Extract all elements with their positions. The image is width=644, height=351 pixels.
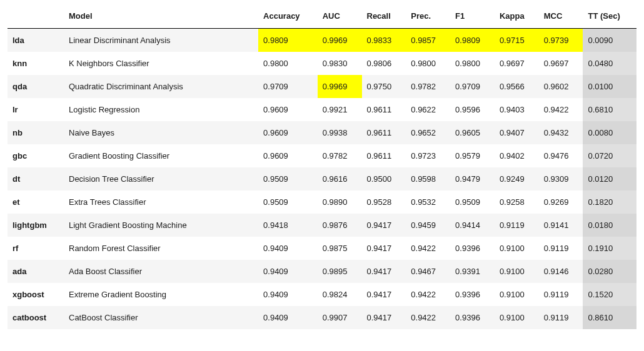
cell-kappa: 0.9715 [495, 29, 539, 52]
cell-auc: 0.9890 [318, 190, 362, 214]
header-prec: Prec. [406, 5, 450, 29]
row-index: gbc [8, 144, 64, 167]
cell-recall: 0.9417 [362, 214, 406, 237]
table-row: lrLogistic Regression0.96090.99210.96110… [8, 98, 636, 121]
cell-prec: 0.9467 [406, 260, 450, 283]
cell-f1: 0.9391 [450, 260, 495, 283]
cell-tt: 0.0100 [583, 75, 636, 98]
row-model: Linear Discriminant Analysis [64, 29, 258, 52]
cell-kappa: 0.9249 [495, 167, 539, 190]
cell-mcc: 0.9697 [539, 52, 583, 75]
cell-f1: 0.9396 [450, 237, 495, 260]
cell-f1: 0.9414 [450, 214, 495, 237]
cell-kappa: 0.9402 [495, 144, 539, 167]
cell-prec: 0.9782 [406, 75, 450, 98]
cell-auc: 0.9895 [318, 260, 362, 283]
cell-recall: 0.9806 [362, 52, 406, 75]
row-index: catboost [8, 306, 64, 329]
cell-auc: 0.9876 [318, 214, 362, 237]
cell-auc: 0.9875 [318, 237, 362, 260]
table-row: adaAda Boost Classifier0.94090.98950.941… [8, 260, 636, 283]
cell-auc: 0.9824 [318, 283, 362, 306]
cell-f1: 0.9579 [450, 144, 495, 167]
cell-auc: 0.9938 [318, 121, 362, 144]
cell-kappa: 0.9258 [495, 190, 539, 214]
cell-auc: 0.9907 [318, 306, 362, 329]
cell-prec: 0.9598 [406, 167, 450, 190]
cell-tt: 0.0280 [583, 260, 636, 283]
cell-auc: 0.9921 [318, 98, 362, 121]
cell-mcc: 0.9146 [539, 260, 583, 283]
cell-prec: 0.9723 [406, 144, 450, 167]
cell-recall: 0.9750 [362, 75, 406, 98]
table-header: Model Accuracy AUC Recall Prec. F1 Kappa… [8, 5, 636, 29]
row-model: Random Forest Classifier [64, 237, 258, 260]
cell-mcc: 0.9309 [539, 167, 583, 190]
metrics-table: Model Accuracy AUC Recall Prec. F1 Kappa… [8, 5, 636, 329]
table-row: etExtra Trees Classifier0.95090.98900.95… [8, 190, 636, 214]
row-index: et [8, 190, 64, 214]
cell-prec: 0.9800 [406, 52, 450, 75]
cell-prec: 0.9422 [406, 237, 450, 260]
cell-mcc: 0.9432 [539, 121, 583, 144]
row-index: ada [8, 260, 64, 283]
row-model: Decision Tree Classifier [64, 167, 258, 190]
row-index: knn [8, 52, 64, 75]
row-model: Gradient Boosting Classifier [64, 144, 258, 167]
row-model: Extra Trees Classifier [64, 190, 258, 214]
cell-kappa: 0.9100 [495, 306, 539, 329]
row-model: Naive Bayes [64, 121, 258, 144]
row-index: nb [8, 121, 64, 144]
cell-accuracy: 0.9609 [258, 144, 318, 167]
cell-tt: 0.1820 [583, 190, 636, 214]
cell-accuracy: 0.9509 [258, 190, 318, 214]
cell-f1: 0.9709 [450, 75, 495, 98]
cell-accuracy: 0.9609 [258, 98, 318, 121]
row-model: K Neighbors Classifier [64, 52, 258, 75]
cell-kappa: 0.9403 [495, 98, 539, 121]
cell-accuracy: 0.9418 [258, 214, 318, 237]
cell-f1: 0.9809 [450, 29, 495, 52]
cell-kappa: 0.9566 [495, 75, 539, 98]
header-index [8, 5, 64, 29]
header-recall: Recall [362, 5, 406, 29]
table-row: catboostCatBoost Classifier0.94090.99070… [8, 306, 636, 329]
cell-accuracy: 0.9609 [258, 121, 318, 144]
cell-kappa: 0.9100 [495, 237, 539, 260]
cell-recall: 0.9528 [362, 190, 406, 214]
cell-f1: 0.9479 [450, 167, 495, 190]
cell-mcc: 0.9119 [539, 283, 583, 306]
header-kappa: Kappa [495, 5, 539, 29]
table-row: nbNaive Bayes0.96090.99380.96110.96520.9… [8, 121, 636, 144]
cell-tt: 0.0720 [583, 144, 636, 167]
cell-mcc: 0.9119 [539, 237, 583, 260]
cell-prec: 0.9459 [406, 214, 450, 237]
cell-accuracy: 0.9409 [258, 283, 318, 306]
table-row: ldaLinear Discriminant Analysis0.98090.9… [8, 29, 636, 52]
table-row: dtDecision Tree Classifier0.95090.96160.… [8, 167, 636, 190]
table-row: qdaQuadratic Discriminant Analysis0.9709… [8, 75, 636, 98]
cell-recall: 0.9417 [362, 237, 406, 260]
cell-auc: 0.9969 [318, 29, 362, 52]
row-model: Extreme Gradient Boosting [64, 283, 258, 306]
table-body: ldaLinear Discriminant Analysis0.98090.9… [8, 29, 636, 330]
cell-mcc: 0.9602 [539, 75, 583, 98]
cell-accuracy: 0.9800 [258, 52, 318, 75]
cell-tt: 0.6810 [583, 98, 636, 121]
cell-mcc: 0.9269 [539, 190, 583, 214]
cell-prec: 0.9652 [406, 121, 450, 144]
cell-prec: 0.9622 [406, 98, 450, 121]
row-model: CatBoost Classifier [64, 306, 258, 329]
table-row: lightgbmLight Gradient Boosting Machine0… [8, 214, 636, 237]
cell-mcc: 0.9422 [539, 98, 583, 121]
cell-recall: 0.9611 [362, 144, 406, 167]
cell-mcc: 0.9141 [539, 214, 583, 237]
row-index: lda [8, 29, 64, 52]
row-index: dt [8, 167, 64, 190]
cell-accuracy: 0.9409 [258, 306, 318, 329]
cell-auc: 0.9616 [318, 167, 362, 190]
table-row: knnK Neighbors Classifier0.98000.98300.9… [8, 52, 636, 75]
row-model: Ada Boost Classifier [64, 260, 258, 283]
cell-tt: 0.0480 [583, 52, 636, 75]
table-row: xgboostExtreme Gradient Boosting0.94090.… [8, 283, 636, 306]
